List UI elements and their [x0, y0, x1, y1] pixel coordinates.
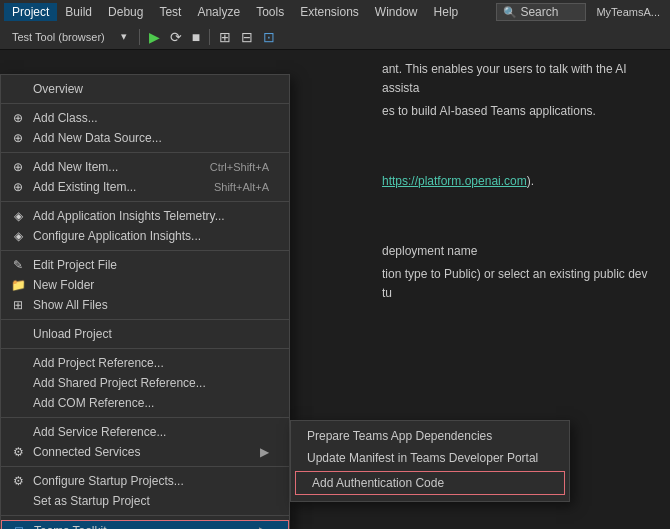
add-new-label: Add New Item...	[33, 160, 118, 174]
prepare-deps-label: Prepare Teams App Dependencies	[307, 429, 492, 443]
dropdown-menu: Overview ⊕ Add Class... ⊕ Add New Data S…	[0, 74, 290, 529]
separator-6	[1, 348, 289, 349]
search-icon: 🔍	[503, 6, 517, 19]
separator-7	[1, 417, 289, 418]
stop-button[interactable]: ■	[189, 29, 203, 45]
toolbar: Test Tool (browser) ▾ ▶ ⟳ ■ ⊞ ⊟ ⊡	[0, 24, 670, 50]
project-dropdown: Overview ⊕ Add Class... ⊕ Add New Data S…	[0, 74, 290, 529]
add-shared-label: Add Shared Project Reference...	[33, 376, 206, 390]
toolbar-separator-2	[209, 29, 210, 45]
menu-add-data-source[interactable]: ⊕ Add New Data Source...	[1, 128, 289, 148]
menu-new-folder[interactable]: 📁 New Folder	[1, 275, 289, 295]
menu-add-com-ref[interactable]: Add COM Reference...	[1, 393, 289, 413]
separator-1	[1, 103, 289, 104]
menu-add-service-ref[interactable]: Add Service Reference...	[1, 422, 289, 442]
show-all-label: Show All Files	[33, 298, 108, 312]
menu-analyze[interactable]: Analyze	[189, 3, 248, 21]
telemetry-label: Add Application Insights Telemetry...	[33, 209, 225, 223]
menu-test[interactable]: Test	[151, 3, 189, 21]
connected-label: Connected Services	[33, 445, 140, 459]
add-new-icon: ⊕	[9, 160, 27, 174]
connected-icon: ⚙	[9, 445, 27, 459]
add-existing-label: Add Existing Item...	[33, 180, 136, 194]
add-proj-ref-label: Add Project Reference...	[33, 356, 164, 370]
edit-project-icon: ✎	[9, 258, 27, 272]
user-badge: MyTeamsA...	[590, 6, 666, 18]
add-existing-shortcut: Shift+Alt+A	[194, 181, 269, 193]
menu-debug[interactable]: Debug	[100, 3, 151, 21]
toolbar-separator	[139, 29, 140, 45]
menu-tools[interactable]: Tools	[248, 3, 292, 21]
separator-8	[1, 466, 289, 467]
startup-icon: ⚙	[9, 474, 27, 488]
telemetry-icon: ◈	[9, 209, 27, 223]
menu-set-startup[interactable]: Set as Startup Project	[1, 491, 289, 511]
separator-2	[1, 152, 289, 153]
toolbar-dropdown-arrow[interactable]: ▾	[115, 28, 133, 45]
menu-show-all-files[interactable]: ⊞ Show All Files	[1, 295, 289, 315]
toolbar-extra2[interactable]: ⊟	[238, 29, 256, 45]
new-folder-label: New Folder	[33, 278, 94, 292]
menu-connected-services[interactable]: ⚙ Connected Services ▶	[1, 442, 289, 462]
menu-bar: Project Build Debug Test Analyze Tools E…	[0, 0, 670, 24]
toolbar-extra3[interactable]: ⊡	[260, 29, 278, 45]
editor-line-1: ant. This enables your users to talk wit…	[382, 60, 658, 98]
editor-line-5: https://platform.openai.com).	[382, 172, 658, 191]
add-new-shortcut: Ctrl+Shift+A	[190, 161, 269, 173]
menu-edit-project[interactable]: ✎ Edit Project File	[1, 255, 289, 275]
configure-icon: ◈	[9, 229, 27, 243]
set-startup-label: Set as Startup Project	[33, 494, 150, 508]
menu-add-shared-ref[interactable]: Add Shared Project Reference...	[1, 373, 289, 393]
menu-help[interactable]: Help	[426, 3, 467, 21]
menu-project[interactable]: Project	[4, 3, 57, 21]
add-auth-label: Add Authentication Code	[312, 476, 444, 490]
editor-line-7	[382, 218, 658, 237]
submenu-update-manifest[interactable]: Update Manifest in Teams Developer Porta…	[291, 447, 569, 469]
toolbar-extra1[interactable]: ⊞	[216, 29, 234, 45]
menu-build[interactable]: Build	[57, 3, 100, 21]
add-service-label: Add Service Reference...	[33, 425, 166, 439]
editor-line-2: es to build AI-based Teams applications.	[382, 102, 658, 121]
edit-project-label: Edit Project File	[33, 258, 117, 272]
menu-overview[interactable]: Overview	[1, 79, 289, 99]
main-area: ant. This enables your users to talk wit…	[0, 50, 670, 529]
submenu-add-auth-code[interactable]: Add Authentication Code	[295, 471, 565, 495]
editor-line-8: deployment name	[382, 242, 658, 261]
toolbar-target[interactable]: Test Tool (browser)	[6, 29, 111, 45]
menu-unload-project[interactable]: Unload Project	[1, 324, 289, 344]
add-existing-icon: ⊕	[9, 180, 27, 194]
editor-line-3	[382, 126, 658, 145]
pause-button[interactable]: ⟳	[167, 29, 185, 45]
configure-label: Configure Application Insights...	[33, 229, 201, 243]
add-data-label: Add New Data Source...	[33, 131, 162, 145]
menu-add-existing[interactable]: ⊕ Add Existing Item... Shift+Alt+A	[1, 177, 289, 197]
add-class-icon: ⊕	[9, 111, 27, 125]
menu-teams-toolkit[interactable]: ⊡ Teams Toolkit ▶	[1, 520, 289, 529]
separator-4	[1, 250, 289, 251]
new-folder-icon: 📁	[9, 278, 27, 292]
menu-configure-startup[interactable]: ⚙ Configure Startup Projects...	[1, 471, 289, 491]
menu-app-insights-telemetry[interactable]: ◈ Add Application Insights Telemetry...	[1, 206, 289, 226]
show-all-icon: ⊞	[9, 298, 27, 312]
separator-9	[1, 515, 289, 516]
submenu-prepare-deps[interactable]: Prepare Teams App Dependencies	[291, 425, 569, 447]
teams-arrow: ▶	[259, 524, 268, 529]
separator-3	[1, 201, 289, 202]
menu-window[interactable]: Window	[367, 3, 426, 21]
menu-bar-right: 🔍 Search MyTeamsA...	[496, 3, 666, 21]
teams-toolkit-submenu: Prepare Teams App Dependencies Update Ma…	[290, 420, 570, 502]
separator-5	[1, 319, 289, 320]
menu-add-project-ref[interactable]: Add Project Reference...	[1, 353, 289, 373]
menu-add-new-item[interactable]: ⊕ Add New Item... Ctrl+Shift+A	[1, 157, 289, 177]
add-com-label: Add COM Reference...	[33, 396, 154, 410]
submenu: Prepare Teams App Dependencies Update Ma…	[290, 420, 570, 502]
update-manifest-label: Update Manifest in Teams Developer Porta…	[307, 451, 538, 465]
teams-label: Teams Toolkit	[34, 524, 106, 529]
teams-icon: ⊡	[10, 524, 28, 529]
startup-label: Configure Startup Projects...	[33, 474, 184, 488]
run-button[interactable]: ▶	[146, 29, 163, 45]
search-box[interactable]: 🔍 Search	[496, 3, 586, 21]
menu-extensions[interactable]: Extensions	[292, 3, 367, 21]
menu-add-class[interactable]: ⊕ Add Class...	[1, 108, 289, 128]
menu-configure-insights[interactable]: ◈ Configure Application Insights...	[1, 226, 289, 246]
